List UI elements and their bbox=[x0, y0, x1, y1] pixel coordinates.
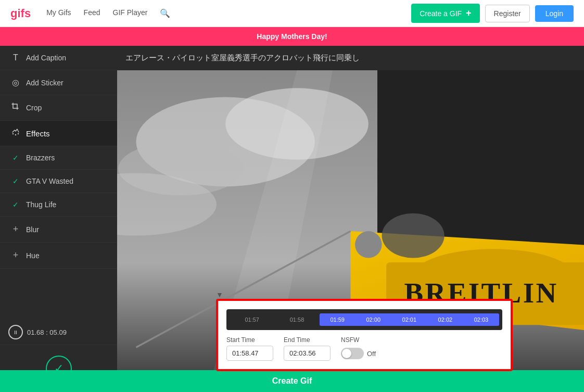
svg-point-1 bbox=[15, 134, 16, 135]
timeline-wrapper: 01:57 01:58 01:59 02:00 02:01 02:02 02:0… bbox=[226, 309, 502, 330]
sidebar-item-thug-life[interactable]: ✓ Thug Life bbox=[0, 193, 117, 217]
time-inputs: Start Time End Time NSFW Off bbox=[226, 336, 502, 361]
sidebar-item-gta-wasted[interactable]: ✓ GTA V Wasted bbox=[0, 170, 117, 193]
nsfw-state: Off bbox=[367, 350, 376, 358]
end-time-field: End Time bbox=[284, 336, 331, 361]
header-actions: Create a GIF + Register Login bbox=[411, 4, 574, 23]
login-button[interactable]: Login bbox=[535, 5, 574, 22]
banner-text: Happy Mothers Day! bbox=[257, 32, 327, 41]
svg-point-0 bbox=[12, 133, 14, 134]
check-icon: ✓ bbox=[10, 200, 21, 209]
sidebar-item-blur[interactable]: + Blur bbox=[0, 217, 117, 243]
sel-tick-2: 02:01 bbox=[391, 317, 427, 323]
sidebar-item-label: Brazzers bbox=[26, 154, 55, 162]
plus-icon: + bbox=[10, 250, 21, 261]
gif-title: エアレース・パイロット室屋義秀選手のアクロバット飛行に同乗し bbox=[117, 46, 584, 70]
sidebar-item-brazzers[interactable]: ✓ Brazzers bbox=[0, 146, 117, 170]
nav-my-gifs[interactable]: My Gifs bbox=[46, 8, 71, 18]
sel-tick-3: 02:02 bbox=[427, 317, 463, 323]
promo-banner: Happy Mothers Day! bbox=[0, 27, 584, 46]
create-gif-label: Create a GIF bbox=[420, 9, 462, 18]
sidebar-item-label: Add Sticker bbox=[26, 79, 64, 87]
main-container: T Add Caption ◎ Add Sticker Crop bbox=[0, 46, 584, 392]
effects-icon bbox=[10, 128, 21, 138]
nav-gif-player[interactable]: GIF Player bbox=[113, 8, 148, 18]
start-time-input[interactable] bbox=[226, 346, 273, 361]
timeline-selected-range[interactable]: 01:59 02:00 02:01 02:02 02:03 bbox=[320, 313, 499, 326]
start-time-label: Start Time bbox=[226, 336, 273, 344]
sidebar-item-effects[interactable]: Effects bbox=[0, 121, 117, 146]
sidebar-item-label: GTA V Wasted bbox=[26, 177, 73, 185]
sel-tick-0: 01:59 bbox=[320, 317, 356, 323]
nav-feed[interactable]: Feed bbox=[84, 8, 100, 18]
svg-point-18 bbox=[355, 231, 382, 258]
sel-tick-4: 02:03 bbox=[463, 317, 499, 323]
tick-1: 01:58 bbox=[274, 317, 319, 323]
toggle-knob bbox=[342, 349, 351, 358]
nsfw-field: NSFW Off bbox=[341, 336, 376, 359]
sidebar-item-add-sticker[interactable]: ◎ Add Sticker bbox=[0, 70, 117, 95]
nsfw-label: NSFW bbox=[341, 336, 376, 344]
sidebar-item-label: Hue bbox=[26, 251, 40, 260]
timeline-bar: 01:57 01:58 01:59 02:00 02:01 02:02 02:0… bbox=[226, 309, 502, 330]
sidebar-item-label: Crop bbox=[26, 104, 42, 112]
content-area: エアレース・パイロット室屋義秀選手のアクロバット飛行に同乗し bbox=[117, 46, 584, 392]
register-button[interactable]: Register bbox=[485, 5, 530, 22]
sel-tick-1: 02:00 bbox=[356, 317, 391, 323]
sidebar-item-label: Add Caption bbox=[26, 54, 66, 62]
nsfw-toggle-container: Off bbox=[341, 348, 376, 359]
nav: My Gifs Feed GIF Player 🔍 bbox=[46, 8, 411, 18]
tick-0: 01:57 bbox=[230, 317, 274, 323]
sidebar-item-label: Effects bbox=[26, 129, 50, 138]
nsfw-toggle[interactable] bbox=[341, 348, 364, 359]
caption-icon: T bbox=[10, 53, 21, 62]
sidebar-item-label: Blur bbox=[26, 225, 39, 234]
start-time-field: Start Time bbox=[226, 336, 273, 361]
time-value: 01.68 : 05.09 bbox=[27, 328, 67, 336]
header: gifs My Gifs Feed GIF Player 🔍 Create a … bbox=[0, 0, 584, 27]
sidebar-item-hue[interactable]: + Hue bbox=[0, 243, 117, 269]
plus-icon: + bbox=[10, 224, 21, 235]
scroll-down-arrow[interactable]: ▼ bbox=[216, 290, 223, 299]
check-icon: ✓ bbox=[10, 154, 21, 162]
end-time-input[interactable] bbox=[284, 346, 331, 361]
video-container: BREITLIN JAIIIII ▼ bbox=[117, 70, 584, 392]
timeline-popup: ▼ 01:57 01:58 01:59 02:00 02:01 02:02 02… bbox=[216, 299, 513, 371]
svg-point-2 bbox=[18, 133, 19, 134]
time-display: ⏸ 01.68 : 05.09 bbox=[0, 320, 117, 345]
svg-point-16 bbox=[382, 213, 445, 258]
logo[interactable]: gifs bbox=[10, 7, 31, 20]
create-gif-button[interactable]: Create a GIF + bbox=[411, 4, 479, 23]
check-icon: ✓ bbox=[10, 177, 21, 185]
sidebar: T Add Caption ◎ Add Sticker Crop bbox=[0, 46, 117, 392]
sidebar-scroll: T Add Caption ◎ Add Sticker Crop bbox=[0, 46, 117, 320]
sidebar-item-add-caption[interactable]: T Add Caption bbox=[0, 46, 117, 70]
sidebar-item-crop[interactable]: Crop bbox=[0, 95, 117, 121]
plus-icon: + bbox=[466, 8, 472, 19]
create-gif-bar[interactable]: Create Gif bbox=[0, 370, 584, 392]
sticker-icon: ◎ bbox=[10, 78, 21, 87]
pause-button[interactable]: ⏸ bbox=[8, 325, 23, 339]
sidebar-item-label: Thug Life bbox=[26, 200, 56, 209]
crop-icon bbox=[10, 103, 21, 113]
end-time-label: End Time bbox=[284, 336, 331, 344]
search-icon[interactable]: 🔍 bbox=[160, 8, 170, 18]
